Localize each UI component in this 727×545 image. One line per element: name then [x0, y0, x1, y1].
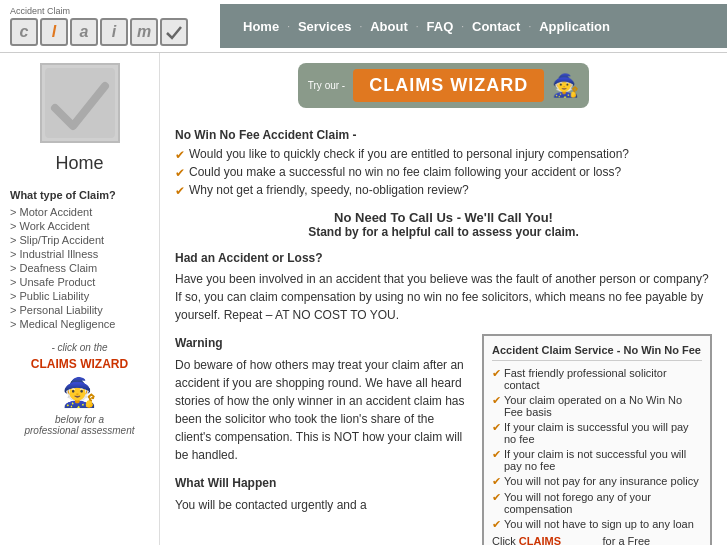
- check-item-3: ✔ Why not get a friendly, speedy, no-obl…: [175, 183, 712, 198]
- wizard-below-text1: below for a: [10, 414, 149, 425]
- check-icon-1: ✔: [175, 148, 185, 162]
- service-item: ✔You will not pay for any insurance poli…: [492, 475, 702, 488]
- wizard-banner: Try our - CLAIMS WIZARD 🧙: [175, 63, 712, 108]
- logo-tile-i: i: [100, 18, 128, 46]
- claim-type-item[interactable]: > Medical Negligence: [10, 318, 149, 330]
- service-items: ✔Fast friendly professional solicitor co…: [492, 367, 702, 531]
- logo-tile-check: [160, 18, 188, 46]
- warning-title: Warning: [175, 334, 470, 352]
- claim-types-list: > Motor Accident> Work Accident> Slip/Tr…: [10, 206, 149, 330]
- wizard-cta-prefix: - click on the: [10, 342, 149, 353]
- service-item-text: Your claim operated on a No Win No Fee b…: [504, 394, 702, 418]
- nav-faq[interactable]: FAQ: [419, 19, 462, 34]
- service-check-icon: ✔: [492, 367, 501, 380]
- service-item: ✔If your claim is successful you will pa…: [492, 421, 702, 445]
- service-claims-wizard-link[interactable]: CLAIMS WIZARD: [519, 535, 600, 545]
- logo-tile-m: m: [130, 18, 158, 46]
- nav-bar: Home · Services · About · FAQ · Contact …: [220, 4, 727, 48]
- check-icon-3: ✔: [175, 184, 185, 198]
- logo-tile-l: l: [40, 18, 68, 46]
- claim-type-item[interactable]: > Work Accident: [10, 220, 149, 232]
- service-item-text: You will not forego any of your compensa…: [504, 491, 702, 515]
- warning-body: Do beware of how others may treat your c…: [175, 356, 470, 464]
- main-container: Home What type of Claim? > Motor Acciden…: [0, 53, 727, 545]
- service-item: ✔Fast friendly professional solicitor co…: [492, 367, 702, 391]
- service-check-icon: ✔: [492, 421, 501, 434]
- wizard-banner-prefix: Try our -: [308, 80, 345, 91]
- svg-rect-0: [45, 68, 115, 138]
- call-title: No Need To Call Us - We'll Call You!: [175, 210, 712, 225]
- claim-type-item[interactable]: > Unsafe Product: [10, 276, 149, 288]
- service-check-icon: ✔: [492, 448, 501, 461]
- service-item-text: If your claim is successful you will pay…: [504, 421, 702, 445]
- service-cta-suffix: for a Free Assessment: [603, 535, 703, 545]
- claim-type-item[interactable]: > Personal Liability: [10, 304, 149, 316]
- logo-area: Accident Claim c l a i m: [0, 0, 220, 52]
- service-item-text: If your claim is not successful you will…: [504, 448, 702, 472]
- service-item: ✔If your claim is not successful you wil…: [492, 448, 702, 472]
- logo-tiles: c l a i m: [10, 18, 210, 46]
- sidebar: Home What type of Claim? > Motor Acciden…: [0, 53, 160, 545]
- call-subtitle: Stand by for a helpful call to assess yo…: [175, 225, 712, 239]
- wizard-hat-icon: 🧙: [10, 376, 149, 409]
- accident-body: Have you been involved in an accident th…: [175, 270, 712, 324]
- wizard-hat-banner-icon: 🧙: [552, 73, 579, 99]
- claim-type-item[interactable]: > Public Liability: [10, 290, 149, 302]
- nav-contact[interactable]: Contact: [464, 19, 528, 34]
- wizard-below-text2: professional assessment: [10, 425, 149, 436]
- service-item-text: Fast friendly professional solicitor con…: [504, 367, 702, 391]
- check-icon-2: ✔: [175, 166, 185, 180]
- text-col: Warning Do beware of how others may trea…: [175, 334, 470, 545]
- nav-application[interactable]: Application: [531, 19, 618, 34]
- main-content: Try our - CLAIMS WIZARD 🧙 No Win No Fee …: [160, 53, 727, 545]
- service-item: ✔You will not have to sign up to any loa…: [492, 518, 702, 531]
- service-item-text: You will not have to sign up to any loan: [504, 518, 694, 530]
- service-item: ✔Your claim operated on a No Win No Fee …: [492, 394, 702, 418]
- what-body: You will be contacted urgently and a: [175, 496, 470, 514]
- nav-about[interactable]: About: [362, 19, 416, 34]
- claim-type-item[interactable]: > Deafness Claim: [10, 262, 149, 274]
- wizard-cta: - click on the CLAIMS WIZARD 🧙 below for…: [10, 342, 149, 436]
- accident-title: Had an Accident or Loss?: [175, 251, 712, 265]
- service-check-icon: ✔: [492, 518, 501, 531]
- logo-title: Accident Claim: [10, 6, 210, 16]
- accident-section: Had an Accident or Loss? Have you been i…: [175, 251, 712, 324]
- service-box-title: Accident Claim Service - No Win No Fee: [492, 344, 702, 361]
- check-text-1: Would you like to quickly check if you a…: [189, 147, 629, 161]
- service-check-icon: ✔: [492, 491, 501, 504]
- service-cta: Click CLAIMS WIZARD for a Free Assessmen…: [492, 535, 702, 545]
- check-item-1: ✔ Would you like to quickly check if you…: [175, 147, 712, 162]
- nav-services[interactable]: Services: [290, 19, 360, 34]
- claim-type-item[interactable]: > Slip/Trip Accident: [10, 234, 149, 246]
- home-label: Home: [10, 153, 149, 174]
- check-item-2: ✔ Could you make a successful no win no …: [175, 165, 712, 180]
- nav-home[interactable]: Home: [235, 19, 287, 34]
- service-item-text: You will not pay for any insurance polic…: [504, 475, 699, 487]
- wizard-banner-bg: Try our - CLAIMS WIZARD 🧙: [298, 63, 589, 108]
- sidebar-claims-wizard-link[interactable]: CLAIMS WIZARD: [10, 357, 149, 371]
- check-text-3: Why not get a friendly, speedy, no-oblig…: [189, 183, 469, 197]
- service-cta-prefix: Click: [492, 535, 516, 545]
- claim-type-item[interactable]: > Motor Accident: [10, 206, 149, 218]
- check-text-2: Could you make a successful no win no fe…: [189, 165, 621, 179]
- logo-tile-a: a: [70, 18, 98, 46]
- claims-wizard-button[interactable]: CLAIMS WIZARD: [353, 69, 544, 102]
- service-item: ✔You will not forego any of your compens…: [492, 491, 702, 515]
- two-col-section: Warning Do beware of how others may trea…: [175, 334, 712, 545]
- sidebar-logo: [40, 63, 120, 143]
- claim-types-title: What type of Claim?: [10, 189, 149, 201]
- service-check-icon: ✔: [492, 394, 501, 407]
- call-section: No Need To Call Us - We'll Call You! Sta…: [175, 210, 712, 239]
- header: Accident Claim c l a i m Home · Services…: [0, 0, 727, 53]
- what-happen-title: What Will Happen: [175, 474, 470, 492]
- no-win-title: No Win No Fee Accident Claim -: [175, 128, 712, 142]
- service-check-icon: ✔: [492, 475, 501, 488]
- service-box: Accident Claim Service - No Win No Fee ✔…: [482, 334, 712, 545]
- claim-type-item[interactable]: > Industrial Illness: [10, 248, 149, 260]
- logo-tile-c: c: [10, 18, 38, 46]
